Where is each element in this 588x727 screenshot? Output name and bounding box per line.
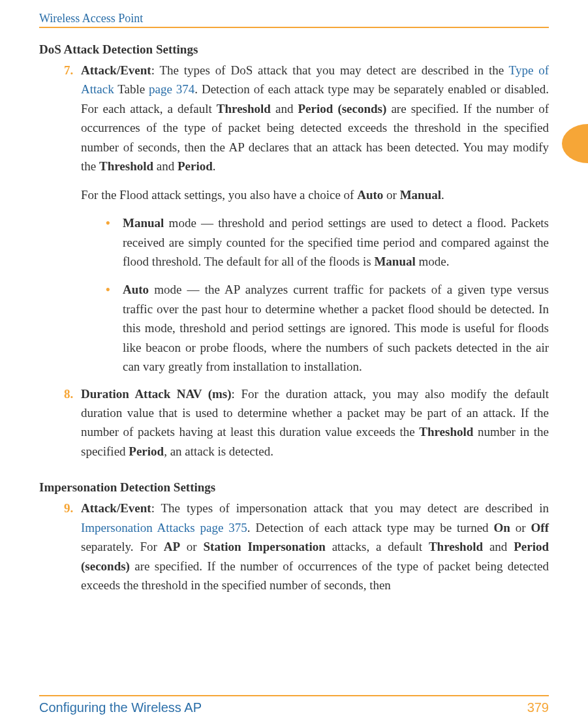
bullet-manual-tb: mode. <box>416 255 450 268</box>
item9-tb: . Detection of each attack type may be t… <box>247 521 494 534</box>
header-title: Wireless Access Point <box>39 12 143 25</box>
bullet-dot-icon: • <box>106 213 123 271</box>
bullet-auto: • Auto mode — the AP analyzes current tr… <box>106 280 549 376</box>
item7-period: Period (seconds) <box>298 102 387 116</box>
item-number: 7. <box>64 61 81 377</box>
item8-tc: , an attack is detected. <box>164 444 273 458</box>
item7-p2a: For the Flood attack settings, you also … <box>81 188 357 202</box>
item8-period: Period <box>129 444 164 458</box>
bullet-manual-bold: Manual <box>374 255 415 268</box>
item7-threshold2: Threshold <box>99 159 153 173</box>
page-footer: Configuring the Wireless AP 379 <box>39 695 549 715</box>
item9-ta: : The types of impersonation attack that… <box>151 501 549 515</box>
bullet-manual-body: Manual mode — threshold and period setti… <box>123 213 549 271</box>
item9-on: On <box>494 521 510 534</box>
item7-p2c: or <box>383 188 399 202</box>
item-body: Attack/Event: The types of impersonation… <box>81 499 549 595</box>
item-number: 8. <box>64 384 81 461</box>
item7-p2e: . <box>441 188 444 202</box>
item8-threshold: Threshold <box>419 425 473 439</box>
bullet-manual-ta: mode — threshold and period settings are… <box>123 216 549 268</box>
bullet-auto-lead: Auto <box>123 283 149 296</box>
link-impersonation-attacks[interactable]: Impersonation Attacks page 375 <box>81 521 247 534</box>
item9-ap: AP <box>164 540 180 553</box>
item7-lead: Attack/Event <box>81 63 151 77</box>
bullet-manual-lead: Manual <box>123 216 164 230</box>
item7-period2: Period <box>178 159 213 173</box>
page-number: 379 <box>527 700 549 715</box>
item9-td: separately. For <box>81 540 164 553</box>
item7-t1a: : The types of DoS attack that you may d… <box>151 63 509 77</box>
imp-section-title: Impersonation Detection Settings <box>39 480 549 495</box>
item7-t1b: Table <box>114 82 149 96</box>
item9-station: Station Impersonation <box>204 540 326 553</box>
bullet-manual: • Manual mode — threshold and period set… <box>106 213 549 271</box>
dos-section-title: DoS Attack Detection Settings <box>39 42 549 57</box>
link-page-374[interactable]: page 374 <box>149 82 194 96</box>
bullet-dot-icon: • <box>106 280 123 376</box>
item8-lead: Duration Attack NAV (ms) <box>81 387 232 401</box>
item9-th: are specified. If the number of occurren… <box>81 559 549 592</box>
item-body: Duration Attack NAV (ms): For the durati… <box>81 384 549 461</box>
item9-tc: or <box>510 521 531 534</box>
item9-threshold: Threshold <box>429 540 483 553</box>
list-item-9: 9. Attack/Event: The types of impersonat… <box>64 499 549 595</box>
item9-tg: and <box>483 540 514 553</box>
item-body: Attack/Event: The types of DoS attack th… <box>81 61 549 377</box>
item7-p2b: Auto <box>357 188 383 202</box>
item7-para2: For the Flood attack settings, you also … <box>81 185 549 204</box>
item7-t1f: and <box>153 159 178 173</box>
item9-te: or <box>180 540 204 553</box>
item9-tf: attacks, a default <box>326 540 429 553</box>
list-item-8: 8. Duration Attack NAV (ms): For the dur… <box>64 384 549 461</box>
bullet-auto-body: Auto mode — the AP analyzes current traf… <box>123 280 549 376</box>
item7-t1d: and <box>271 102 298 116</box>
item9-off: Off <box>531 521 549 534</box>
item7-threshold: Threshold <box>217 102 271 116</box>
footer-left: Configuring the Wireless AP <box>39 700 202 715</box>
item-number: 9. <box>64 499 81 595</box>
item7-t1g: . <box>213 159 216 173</box>
bullet-auto-text: mode — the AP analyzes current traffic f… <box>123 283 549 373</box>
item7-p2d: Manual <box>400 188 441 202</box>
list-item-7: 7. Attack/Event: The types of DoS attack… <box>64 61 549 377</box>
page-header: Wireless Access Point <box>39 12 549 28</box>
item9-lead: Attack/Event <box>81 501 151 515</box>
